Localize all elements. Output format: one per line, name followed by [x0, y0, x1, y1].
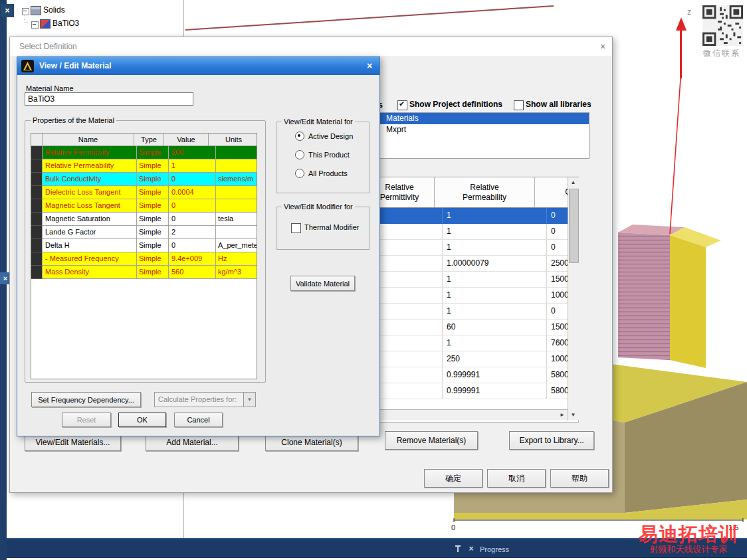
row-selector-cell[interactable]	[31, 173, 43, 186]
collapse-icon[interactable]	[22, 8, 29, 15]
property-value-cell[interactable]: 560	[169, 266, 216, 279]
material-name-label: Material Name	[26, 84, 74, 92]
dialog-title: View / Edit Material	[39, 61, 111, 70]
show-project-definitions-checkbox[interactable]	[397, 100, 407, 110]
property-name-cell: Relative Permeability	[43, 159, 137, 173]
ok-button[interactable]: OK	[118, 413, 166, 427]
pin-icon[interactable]	[455, 545, 461, 553]
view-edit-material-titlebar[interactable]: View / Edit Material ×	[17, 57, 379, 75]
row-selector-cell[interactable]	[31, 239, 43, 252]
property-value-cell[interactable]: 0	[169, 173, 216, 186]
tree-item-solids[interactable]: Solids	[43, 5, 65, 15]
close-icon[interactable]: ×	[1, 4, 14, 17]
cancel-button[interactable]: 取消	[487, 469, 546, 488]
material-cell: 1	[443, 288, 547, 304]
radio-option[interactable]: Active Design	[295, 132, 370, 141]
qr-pattern	[702, 5, 743, 46]
show-all-libraries-checkbox[interactable]	[514, 100, 524, 110]
property-value-cell[interactable]: 0	[169, 199, 216, 213]
property-value-cell[interactable]: 0	[169, 213, 216, 226]
column-header-type[interactable]: Type	[134, 134, 164, 146]
select-definition-titlebar[interactable]: Select Definition ×	[10, 37, 612, 56]
export-to-library-button[interactable]: Export to Library...	[509, 431, 594, 450]
close-icon[interactable]: ×	[597, 41, 608, 52]
scale-end-label: 1.5	[728, 523, 738, 531]
set-frequency-dependency-button[interactable]: Set Frequency Dependency...	[31, 392, 141, 407]
thermal-modifier-checkbox[interactable]	[291, 223, 301, 233]
property-row[interactable]: Magnetic SaturationSimple0tesla	[31, 213, 257, 226]
tree-item-batio3[interactable]: BaTiO3	[53, 19, 79, 28]
material-cell: 0	[547, 208, 568, 224]
row-selector-cell[interactable]	[31, 199, 43, 213]
z-axis-label: z	[687, 7, 691, 17]
radio-option[interactable]: This Product	[295, 150, 370, 159]
property-value-cell[interactable]: 9.4e+009	[169, 252, 216, 266]
property-row[interactable]: Delta HSimple0A_per_meter	[31, 239, 257, 252]
row-selector-cell[interactable]	[31, 159, 43, 173]
property-units-cell	[216, 159, 257, 173]
radio-icon[interactable]	[295, 132, 304, 141]
property-value-cell[interactable]: 200	[169, 146, 216, 159]
reset-button[interactable]: Reset	[62, 413, 111, 427]
material-cell: 1.00000079	[443, 256, 547, 272]
property-name-cell: Mass Density	[43, 266, 137, 279]
ansys-app-icon	[21, 60, 34, 72]
remove-material-button[interactable]: Remove Material(s)	[385, 431, 478, 450]
close-icon[interactable]: ×	[467, 543, 476, 554]
view-edit-modifier-group: View/Edit Modifier for Thermal Modifier	[276, 207, 370, 250]
scroll-down-icon[interactable]: ▼	[568, 410, 578, 420]
column-header-name[interactable]: Name	[43, 134, 134, 146]
property-value-cell[interactable]: 0.0004	[169, 186, 216, 199]
property-value-cell[interactable]: 1	[169, 159, 216, 173]
property-value-cell[interactable]: 2	[169, 226, 216, 239]
scrollbar-thumb[interactable]	[569, 189, 579, 263]
row-selector-cell[interactable]	[31, 186, 43, 199]
property-row[interactable]: - Measured FrequencySimple9.4e+009Hz	[31, 252, 257, 266]
property-row[interactable]: Bulk ConductivitySimple0siemens/m	[31, 173, 257, 186]
material-name-input[interactable]	[25, 92, 193, 106]
material-cell: 0	[547, 224, 568, 240]
row-selector-cell[interactable]	[31, 266, 43, 279]
validate-material-button[interactable]: Validate Material	[290, 276, 355, 291]
property-row[interactable]: Relative PermittivitySimple200	[31, 146, 257, 159]
property-row[interactable]: Dielectric Loss TangentSimple0.0004	[31, 186, 257, 199]
radio-icon[interactable]	[295, 150, 304, 159]
column-header-relative-permeability[interactable]: Relative Permeability	[435, 177, 535, 207]
chevron-down-icon[interactable]: ▼	[243, 393, 255, 407]
property-name-cell: Magnetic Saturation	[43, 213, 137, 226]
property-units-cell: Hz	[216, 252, 257, 266]
close-icon[interactable]: ×	[364, 60, 375, 72]
calculate-properties-dropdown[interactable]: Calculate Properties for: ▼	[154, 392, 256, 407]
row-selector-cell[interactable]	[31, 146, 43, 159]
material-properties-tbody: Relative PermittivitySimple200Relative P…	[31, 146, 257, 279]
property-type-cell: Simple	[137, 213, 169, 226]
scroll-right-icon[interactable]: ►	[557, 410, 568, 420]
radio-option[interactable]: All Products	[295, 169, 370, 178]
scroll-up-icon[interactable]: ▲	[568, 177, 578, 188]
row-selector-cell[interactable]	[31, 213, 43, 226]
calculate-properties-label: Calculate Properties for:	[158, 395, 237, 403]
help-button[interactable]: 帮助	[550, 469, 609, 488]
properties-group-label: Properties of the Material	[31, 116, 116, 124]
property-value-cell[interactable]: 0	[169, 239, 216, 252]
view-edit-material-dialog: View / Edit Material × Material Name Pro…	[17, 56, 380, 436]
property-row[interactable]: Relative PermeabilitySimple1	[31, 159, 257, 173]
collapse-icon[interactable]	[31, 21, 39, 29]
property-row[interactable]: Mass DensitySimple560kg/m^3	[31, 266, 257, 279]
material-cell: 1	[443, 272, 547, 288]
column-header-value[interactable]: Value	[164, 134, 209, 146]
column-header-units[interactable]: Units	[209, 134, 257, 146]
property-row[interactable]: Lande G FactorSimple2	[31, 226, 257, 239]
row-selector-cell[interactable]	[31, 252, 43, 266]
column-header-conductivity[interactable]: Conductivity	[535, 177, 568, 207]
qr-code	[702, 5, 743, 46]
vertical-scrollbar[interactable]: ▲ ▼	[568, 177, 579, 420]
property-name-cell: Relative Permittivity	[43, 146, 137, 159]
radio-icon[interactable]	[295, 169, 304, 178]
material-cell: 7600000	[547, 335, 568, 351]
cancel-button[interactable]: Cancel	[174, 413, 223, 427]
ok-button[interactable]: 确定	[424, 469, 482, 488]
row-selector-cell[interactable]	[31, 226, 43, 239]
property-name-cell: Magnetic Loss Tangent	[43, 199, 137, 213]
property-row[interactable]: Magnetic Loss TangentSimple0	[31, 199, 257, 213]
